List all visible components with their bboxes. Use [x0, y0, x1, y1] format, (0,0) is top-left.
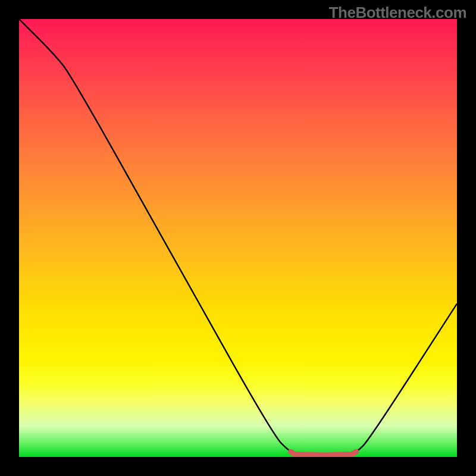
- chart-plot-area: [19, 19, 457, 457]
- optimal-band-path: [290, 452, 356, 455]
- curve-svg: [19, 19, 457, 457]
- bottleneck-curve-path: [19, 19, 457, 455]
